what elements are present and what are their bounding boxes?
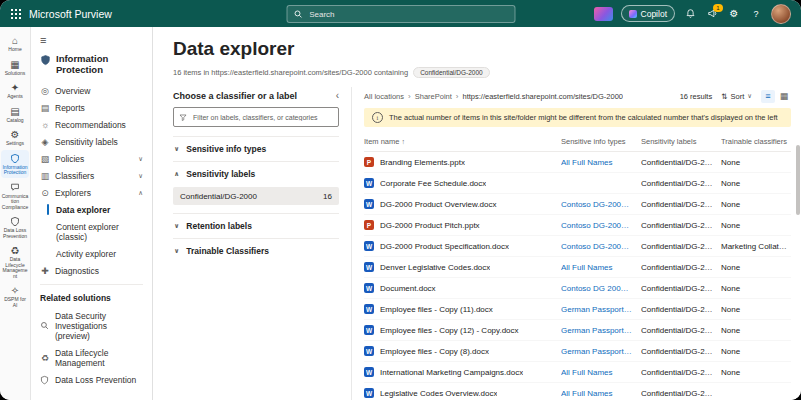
- chevron-right-icon: ›: [408, 92, 411, 101]
- announcements-icon[interactable]: 1: [705, 7, 719, 21]
- table-row[interactable]: Employee files - Copy (8).docx German Pa…: [364, 341, 791, 362]
- main-content: Data explorer 16 items in https://easter…: [153, 27, 801, 400]
- topbar-actions: Copilot 1 ⚙ ?: [594, 4, 791, 24]
- sort-button[interactable]: ⇅ Sort ∨: [721, 92, 752, 101]
- rail-item-communication-compliance[interactable]: Communication Compliance: [1, 179, 29, 213]
- security-copilot-icon[interactable]: [594, 7, 613, 21]
- word-icon: [364, 178, 374, 188]
- rail-item-home[interactable]: ⌂ Home: [1, 32, 29, 55]
- divider: [40, 284, 143, 285]
- table-row[interactable]: Employee files - Copy (11).docx German P…: [364, 299, 791, 320]
- sidebar-item-explorers[interactable]: ⊙ Explorers ∧: [31, 184, 152, 201]
- breadcrumb-site-url: https://easterfield.sharepoint.com/sites…: [462, 92, 623, 101]
- tag-icon: ◈: [40, 137, 50, 147]
- rail-item-information-protection[interactable]: Information Protection: [1, 150, 29, 178]
- table-row[interactable]: Legislative Codes Overview.docx All Full…: [364, 383, 791, 400]
- breadcrumb-all-locations[interactable]: All locations: [364, 92, 404, 101]
- notification-badge: 1: [713, 4, 723, 12]
- table-row[interactable]: Employee files - Copy (12) - Copy.docx G…: [364, 320, 791, 341]
- word-icon: [364, 304, 374, 314]
- selected-label-name: Confidential/DG-2000: [180, 192, 257, 201]
- help-icon[interactable]: ?: [749, 7, 763, 21]
- word-icon: [364, 241, 374, 251]
- waffle-icon[interactable]: [10, 8, 21, 19]
- sidebar-item-classifiers[interactable]: ▥ Classifiers ∨: [31, 167, 152, 184]
- sidebar-item-data-security-investigations[interactable]: Data Security Investigations (preview): [31, 307, 152, 344]
- classifier-icon: ▥: [40, 171, 50, 181]
- sidebar-collapse-icon[interactable]: ≡: [31, 32, 152, 50]
- user-avatar[interactable]: [771, 4, 791, 24]
- chevron-down-icon: ∨: [174, 222, 179, 230]
- results-header: All locations › SharePoint › https://eas…: [364, 87, 791, 105]
- breadcrumb-sharepoint[interactable]: SharePoint: [415, 92, 452, 101]
- app-title: Microsoft Purview: [29, 8, 112, 20]
- chat-bubble-icon: [10, 182, 20, 193]
- chevron-up-icon: ∧: [174, 170, 179, 178]
- list-view-button[interactable]: ≡: [761, 90, 775, 103]
- sidebar-item-data-lifecycle-management[interactable]: ♻ Data Lifecycle Management: [31, 344, 152, 371]
- table-row[interactable]: DG-2000 Product Pitch.pptx Contoso DG-20…: [364, 215, 791, 236]
- column-sensitivity-labels[interactable]: Sensitivity labels: [641, 137, 721, 146]
- selected-label-row[interactable]: Confidential/DG-2000 16: [173, 187, 339, 205]
- column-sensitive-info-types[interactable]: Sensitive info types: [561, 137, 641, 146]
- table-row[interactable]: DG-2000 Product Specification.docx Conto…: [364, 236, 791, 257]
- sidebar-item-content-explorer-classic[interactable]: Content explorer (classic): [31, 218, 152, 245]
- copilot-button[interactable]: Copilot: [621, 5, 675, 22]
- sidebar-item-data-explorer[interactable]: Data explorer: [31, 201, 152, 218]
- section-sensitive-info-types[interactable]: ∨ Sensitive info types: [173, 136, 339, 161]
- notifications-bell-icon[interactable]: [683, 7, 697, 21]
- table-row[interactable]: International Marketing Campaigns.docx A…: [364, 362, 791, 383]
- overview-icon: ◎: [40, 86, 50, 96]
- sidebar-item-sensitivity-labels[interactable]: ◈ Sensitivity labels: [31, 133, 152, 150]
- vertical-scrollbar[interactable]: [796, 145, 800, 215]
- selected-label-count: 16: [323, 192, 332, 201]
- filter-search-box[interactable]: [173, 107, 339, 127]
- table-row[interactable]: Denver Legislative Codes.docx All Full N…: [364, 257, 791, 278]
- sidebar-item-policies[interactable]: ▧ Policies ∨: [31, 150, 152, 167]
- sidebar-item-data-loss-prevention[interactable]: Data Loss Prevention: [31, 371, 152, 388]
- shield-block-icon: [10, 216, 20, 227]
- column-trainable-classifiers[interactable]: Trainable classifiers: [721, 137, 791, 146]
- rail-item-catalog[interactable]: ▤ Catalog: [1, 103, 29, 126]
- sidebar-item-overview[interactable]: ◎ Overview: [31, 82, 152, 99]
- search-icon: [293, 9, 302, 19]
- collapse-panel-icon[interactable]: ‹: [336, 90, 339, 101]
- rail-item-solutions[interactable]: ▦ Solutions: [1, 56, 29, 79]
- copilot-label: Copilot: [641, 9, 667, 19]
- word-icon: [364, 346, 374, 356]
- chevron-up-icon: ∧: [138, 188, 143, 198]
- grid-view-button[interactable]: ▦: [777, 90, 791, 103]
- rail-item-data-lifecycle-management[interactable]: ♻ Data Lifecycle Management: [1, 242, 29, 281]
- ai-sparkle-icon: ✧: [11, 285, 19, 296]
- topbar-search[interactable]: [286, 5, 515, 23]
- sidebar-item-diagnostics[interactable]: ✚ Diagnostics: [31, 262, 152, 279]
- section-trainable-classifiers[interactable]: ∨ Trainable Classifiers: [173, 238, 339, 263]
- section-retention-labels[interactable]: ∨ Retention labels: [173, 213, 339, 238]
- sidebar-item-activity-explorer[interactable]: Activity explorer: [31, 245, 152, 262]
- search-input[interactable]: [307, 9, 508, 20]
- app-body: ⌂ Home ▦ Solutions ✦ Agents ▤ Catalog ⚙ …: [0, 27, 801, 400]
- info-banner: i The actual number of items in this sit…: [364, 108, 791, 127]
- filter-search-input[interactable]: [191, 113, 333, 122]
- rail-item-agents[interactable]: ✦ Agents: [1, 79, 29, 102]
- rail-item-dspm-for-ai[interactable]: ✧ DSPM for AI: [1, 282, 29, 310]
- column-item-name[interactable]: Item name ↑: [364, 137, 561, 146]
- sidebar-item-recommendations[interactable]: ☼ Recommendations: [31, 116, 152, 133]
- table-row[interactable]: Corporate Fee Schedule.docx Confidential…: [364, 173, 791, 194]
- purview-window: Microsoft Purview Copilot: [0, 0, 801, 400]
- solution-title: Information Protection: [56, 53, 143, 75]
- home-icon: ⌂: [12, 35, 18, 46]
- sparkle-icon: ✦: [11, 82, 19, 93]
- filter-panel-title: Choose a classifier or a label: [173, 91, 297, 101]
- related-solutions-heading: Related solutions: [31, 290, 152, 307]
- table-row[interactable]: DG-2000 Product Overview.docx Contoso DG…: [364, 194, 791, 215]
- table-row[interactable]: Branding Elements.pptx All Full Names Co…: [364, 152, 791, 173]
- table-row[interactable]: Document.docx Contoso DG 2000 Product Co…: [364, 278, 791, 299]
- funnel-icon: [179, 113, 187, 122]
- rail-item-settings[interactable]: ⚙ Settings: [1, 126, 29, 149]
- sidebar-item-reports[interactable]: ▤ Reports: [31, 99, 152, 116]
- rail-item-data-loss-prevention[interactable]: Data Loss Prevention: [1, 213, 29, 241]
- results-toolbar: 16 results ⇅ Sort ∨ ≡ ▦: [680, 90, 791, 103]
- section-sensitivity-labels[interactable]: ∧ Sensitivity labels: [173, 161, 339, 186]
- settings-gear-icon[interactable]: ⚙: [727, 7, 741, 21]
